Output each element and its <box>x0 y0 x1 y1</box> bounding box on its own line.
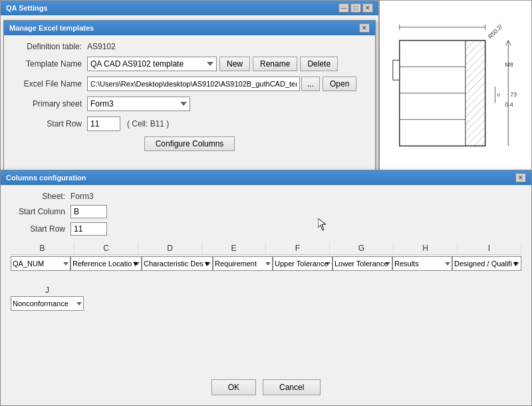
definition-value: AS9102 <box>87 42 116 51</box>
svg-text:73: 73 <box>510 91 517 98</box>
column-mapping-area: B C D E F G H I QA_NUM Reference Locatio… <box>11 242 521 311</box>
browse-button[interactable]: ... <box>301 77 320 91</box>
col-mapping-F[interactable]: Upper Tolerance <box>273 256 332 271</box>
column-dropdown-row: QA_NUM Reference Locatio▼ Characteristic… <box>11 256 521 271</box>
cell-info: ( Cell: B11 ) <box>127 119 169 128</box>
svg-rect-3 <box>466 41 485 146</box>
columns-close-btn[interactable]: ✕ <box>515 173 526 182</box>
rename-button[interactable]: Rename <box>253 57 297 71</box>
col-mapping-C[interactable]: Reference Locatio▼ <box>70 256 142 271</box>
col-header-J: J <box>11 284 84 296</box>
primary-sheet-label: Primary sheet <box>14 99 87 108</box>
delete-button[interactable]: Delete <box>300 57 338 71</box>
manage-dialog-titlebar: Manage Excel templates ✕ <box>4 21 375 35</box>
col-header-H: H <box>394 242 458 254</box>
col-start-row-input[interactable] <box>70 222 107 236</box>
sheet-row: Sheet: Form3 <box>11 192 521 201</box>
manage-dialog-title: Manage Excel templates <box>9 24 94 32</box>
column-headers-row: B C D E F G H I <box>11 242 521 255</box>
col-header-F: F <box>266 242 330 254</box>
configure-btn-row: Configure Columns <box>14 136 365 151</box>
start-col-label: Start Column <box>11 207 70 216</box>
second-row-area: J Nonconformance <box>11 278 521 311</box>
primary-sheet-select[interactable]: Form3 <box>87 97 190 111</box>
qa-settings-title: QA Settings <box>6 4 48 12</box>
ok-button[interactable]: OK <box>211 379 256 395</box>
col-header-I: I <box>458 242 521 254</box>
configure-columns-button[interactable]: Configure Columns <box>144 136 235 151</box>
manage-excel-dialog: Manage Excel templates ✕ Definition tabl… <box>3 20 376 173</box>
manage-dialog-content: Definition table: AS9102 Template Name Q… <box>4 35 375 158</box>
excel-file-input[interactable] <box>87 77 300 91</box>
svg-text:0.4: 0.4 <box>505 101 513 108</box>
svg-text:M8: M8 <box>505 61 513 68</box>
template-name-label: Template Name <box>14 59 87 69</box>
sheet-value: Form3 <box>70 192 94 201</box>
manage-close-btn[interactable]: ✕ <box>359 23 370 33</box>
col-start-row-row: Start Row <box>11 222 521 236</box>
col-mapping-B[interactable]: QA_NUM <box>11 256 70 271</box>
columns-dialog-titlebar: Columns configuration ✕ <box>1 170 531 185</box>
qa-settings-titlebar: QA Settings — □ ✕ <box>1 1 378 15</box>
svg-text:r/: r/ <box>497 92 501 98</box>
col-header-D: D <box>138 242 202 254</box>
col-mapping-J[interactable]: Nonconformance <box>11 296 84 311</box>
svg-rect-7 <box>393 60 400 80</box>
qa-close-btn[interactable]: ✕ <box>362 3 373 13</box>
sheet-label: Sheet: <box>11 192 70 201</box>
col-mapping-I[interactable]: Designed / Qualifi▼ <box>452 256 521 271</box>
col-header-B: B <box>11 242 74 254</box>
col-mapping-D[interactable]: Characteristic Des▼ <box>142 256 213 271</box>
col-header-E: E <box>202 242 266 254</box>
start-column-input[interactable] <box>70 205 107 218</box>
columns-config-dialog: Columns configuration ✕ Sheet: Form3 Sta… <box>0 170 532 406</box>
cad-drawing-area: R50.2/ M8 0.4 73 r/ <box>379 0 532 186</box>
col-mapping-H[interactable]: Results <box>392 256 452 271</box>
col-mapping-G[interactable]: Lower Tolerance <box>332 256 392 271</box>
qa-maximize-btn[interactable]: □ <box>350 3 361 13</box>
new-button[interactable]: New <box>219 57 250 71</box>
col-header-G: G <box>330 242 394 254</box>
open-button[interactable]: Open <box>323 77 356 91</box>
start-column-row: Start Column <box>11 205 521 218</box>
primary-sheet-row: Primary sheet Form3 <box>14 97 365 111</box>
dialog-buttons-row: OK Cancel <box>1 379 531 395</box>
template-name-select[interactable]: QA CAD AS9102 template <box>87 57 217 71</box>
definition-label: Definition table: <box>14 42 87 51</box>
template-name-row: Template Name QA CAD AS9102 template New… <box>14 57 365 71</box>
excel-file-label: Excel File Name <box>14 79 87 89</box>
start-row-row: Start Row ( Cell: B11 ) <box>14 116 365 131</box>
columns-dialog-content: Sheet: Form3 Start Column Start Row B C … <box>1 185 531 317</box>
qa-minimize-btn[interactable]: — <box>338 3 349 13</box>
cancel-button[interactable]: Cancel <box>263 379 321 395</box>
columns-dialog-title: Columns configuration <box>6 174 86 182</box>
col-start-row-label: Start Row <box>11 224 70 234</box>
definition-table-row: Definition table: AS9102 <box>14 42 365 51</box>
start-row-label: Start Row <box>14 119 87 128</box>
qa-settings-titlebar-buttons: — □ ✕ <box>338 3 373 13</box>
col-header-C: C <box>74 242 138 254</box>
col-mapping-E[interactable]: Requirement <box>213 256 273 271</box>
start-row-input[interactable] <box>87 116 120 131</box>
excel-file-row: Excel File Name ... Open <box>14 77 365 91</box>
